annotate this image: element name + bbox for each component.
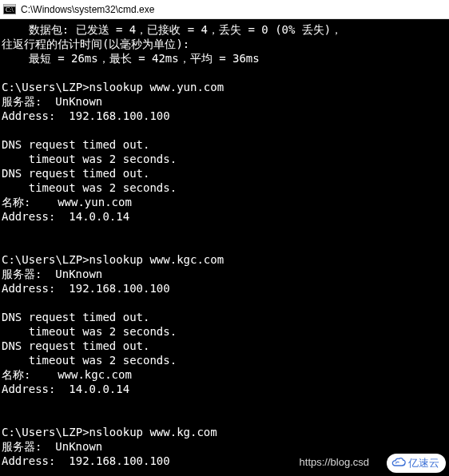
terminal-line: 服务器: UnKnown xyxy=(2,439,447,454)
brand-badge: 亿速云 xyxy=(387,454,446,473)
terminal-line: timeout was 2 seconds. xyxy=(2,152,447,166)
terminal-line xyxy=(2,123,447,137)
terminal-line: 名称: www.kgc.com xyxy=(2,367,447,382)
terminal-line: 服务器: UnKnown xyxy=(2,267,447,281)
terminal-line: timeout was 2 seconds. xyxy=(2,353,447,367)
watermark-text: https://blog.csd xyxy=(300,456,369,468)
terminal-line: timeout was 2 seconds. xyxy=(2,324,447,339)
terminal-line: DNS request timed out. xyxy=(2,137,447,152)
terminal-line: 最短 = 26ms，最长 = 42ms，平均 = 36ms xyxy=(2,51,447,65)
terminal-line: C:\Users\LZP>nslookup www.yun.com xyxy=(2,80,447,94)
window-title: C:\Windows\system32\cmd.exe xyxy=(21,4,154,15)
terminal-line: 往返行程的估计时间(以毫秒为单位): xyxy=(2,37,447,51)
terminal-line: DNS request timed out. xyxy=(2,166,447,180)
terminal-line: 服务器: UnKnown xyxy=(2,94,447,109)
terminal-line: 数据包: 已发送 = 4，已接收 = 4，丢失 = 0 (0% 丢失)， xyxy=(2,22,447,37)
terminal-line xyxy=(2,65,447,80)
terminal-line xyxy=(2,224,447,238)
terminal-line: C:\Users\LZP>nslookup www.kg.com xyxy=(2,425,447,439)
terminal-line: timeout was 2 seconds. xyxy=(2,180,447,195)
terminal-line xyxy=(2,396,447,411)
terminal-line: Address: 192.168.100.100 xyxy=(2,454,447,468)
terminal-line: C:\Users\LZP>nslookup www.kgc.com xyxy=(2,252,447,267)
terminal-line: Address: 192.168.100.100 xyxy=(2,281,447,296)
window-titlebar[interactable]: C:\ C:\Windows\system32\cmd.exe xyxy=(0,0,449,19)
terminal-line: Address: 14.0.0.14 xyxy=(2,382,447,396)
terminal-line: DNS request timed out. xyxy=(2,339,447,353)
terminal-output[interactable]: 数据包: 已发送 = 4，已接收 = 4，丢失 = 0 (0% 丢失)，往返行程… xyxy=(0,19,449,471)
terminal-line: DNS request timed out. xyxy=(2,310,447,324)
terminal-line: 名称: www.yun.com xyxy=(2,195,447,209)
cloud-icon xyxy=(391,457,408,470)
terminal-line xyxy=(2,411,447,425)
cmd-icon: C:\ xyxy=(3,3,16,16)
terminal-line: Address: 192.168.100.100 xyxy=(2,109,447,123)
terminal-line xyxy=(2,238,447,252)
terminal-line: Address: 14.0.0.14 xyxy=(2,209,447,224)
terminal-line xyxy=(2,296,447,310)
svg-text:C:\: C:\ xyxy=(6,6,14,14)
brand-text: 亿速云 xyxy=(408,456,439,470)
